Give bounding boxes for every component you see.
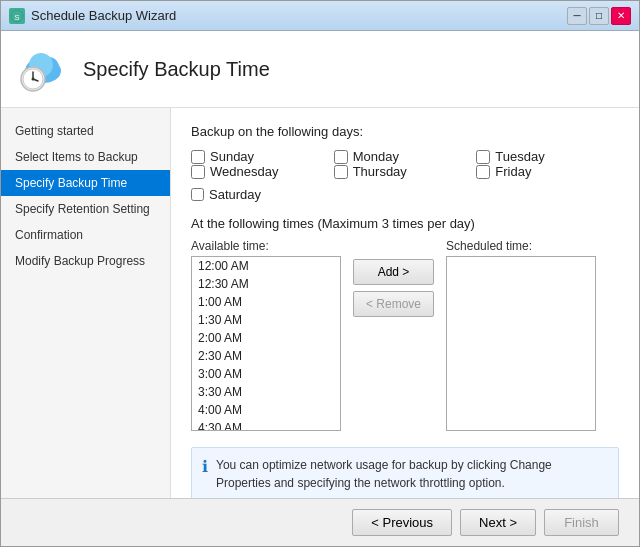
page-title: Specify Backup Time — [83, 58, 270, 81]
scheduled-times-container: Scheduled time: — [446, 239, 596, 431]
next-button[interactable]: Next > — [460, 509, 536, 536]
day-friday: Friday — [476, 164, 619, 179]
sidebar-item-specify-retention[interactable]: Specify Retention Setting — [1, 196, 170, 222]
window-title: Schedule Backup Wizard — [31, 8, 176, 23]
label-monday: Monday — [353, 149, 399, 164]
list-action-buttons: Add > < Remove — [353, 239, 434, 317]
day-saturday: Saturday — [191, 187, 619, 202]
list-item[interactable]: 1:30 AM — [192, 311, 340, 329]
label-wednesday: Wednesday — [210, 164, 278, 179]
main-window: S Schedule Backup Wizard ─ □ ✕ — [0, 0, 640, 547]
list-item[interactable]: 3:00 AM — [192, 365, 340, 383]
checkbox-thursday[interactable] — [334, 165, 348, 179]
sidebar-item-getting-started[interactable]: Getting started — [1, 118, 170, 144]
available-times-container: Available time: 12:00 AM12:30 AM1:00 AM1… — [191, 239, 341, 431]
maximize-button[interactable]: □ — [589, 7, 609, 25]
day-sunday: Sunday — [191, 149, 334, 164]
list-item[interactable]: 4:30 AM — [192, 419, 340, 431]
available-times-header: Available time: — [191, 239, 341, 253]
list-item[interactable]: 12:00 AM — [192, 257, 340, 275]
info-box: ℹ You can optimize network usage for bac… — [191, 447, 619, 498]
label-thursday: Thursday — [353, 164, 407, 179]
sidebar-item-select-items[interactable]: Select Items to Backup — [1, 144, 170, 170]
label-sunday: Sunday — [210, 149, 254, 164]
info-icon: ℹ — [202, 457, 208, 476]
minimize-button[interactable]: ─ — [567, 7, 587, 25]
header-icon — [17, 43, 69, 95]
label-tuesday: Tuesday — [495, 149, 544, 164]
list-item[interactable]: 4:00 AM — [192, 401, 340, 419]
label-saturday: Saturday — [209, 187, 261, 202]
checkbox-sunday[interactable] — [191, 150, 205, 164]
checkbox-friday[interactable] — [476, 165, 490, 179]
times-label: At the following times (Maximum 3 times … — [191, 216, 619, 231]
day-thursday: Thursday — [334, 164, 477, 179]
title-bar: S Schedule Backup Wizard ─ □ ✕ — [1, 1, 639, 31]
times-area: Available time: 12:00 AM12:30 AM1:00 AM1… — [191, 239, 619, 431]
checkbox-wednesday[interactable] — [191, 165, 205, 179]
title-bar-left: S Schedule Backup Wizard — [9, 8, 176, 24]
label-friday: Friday — [495, 164, 531, 179]
available-times-list[interactable]: 12:00 AM12:30 AM1:00 AM1:30 AM2:00 AM2:3… — [191, 256, 341, 431]
list-item[interactable]: 2:00 AM — [192, 329, 340, 347]
sidebar: Getting started Select Items to Backup S… — [1, 108, 171, 498]
list-item[interactable]: 2:30 AM — [192, 347, 340, 365]
footer: < Previous Next > Finish — [1, 498, 639, 546]
header-area: Specify Backup Time — [1, 31, 639, 108]
checkbox-tuesday[interactable] — [476, 150, 490, 164]
content-area: Backup on the following days: Sunday Mon… — [171, 108, 639, 498]
svg-point-10 — [32, 78, 35, 81]
main-area: Getting started Select Items to Backup S… — [1, 108, 639, 498]
close-button[interactable]: ✕ — [611, 7, 631, 25]
app-icon: S — [9, 8, 25, 24]
window-controls: ─ □ ✕ — [567, 7, 631, 25]
info-text: You can optimize network usage for backu… — [216, 456, 608, 492]
scheduled-times-header: Scheduled time: — [446, 239, 596, 253]
add-button[interactable]: Add > — [353, 259, 434, 285]
list-item[interactable]: 1:00 AM — [192, 293, 340, 311]
day-monday: Monday — [334, 149, 477, 164]
list-item[interactable]: 3:30 AM — [192, 383, 340, 401]
day-wednesday: Wednesday — [191, 164, 334, 179]
remove-button[interactable]: < Remove — [353, 291, 434, 317]
list-item[interactable]: 12:30 AM — [192, 275, 340, 293]
svg-text:S: S — [14, 12, 19, 21]
days-label: Backup on the following days: — [191, 124, 619, 139]
sidebar-item-specify-backup-time[interactable]: Specify Backup Time — [1, 170, 170, 196]
sidebar-item-modify-progress[interactable]: Modify Backup Progress — [1, 248, 170, 274]
finish-button[interactable]: Finish — [544, 509, 619, 536]
previous-button[interactable]: < Previous — [352, 509, 452, 536]
sidebar-item-confirmation[interactable]: Confirmation — [1, 222, 170, 248]
scheduled-times-list[interactable] — [446, 256, 596, 431]
day-tuesday: Tuesday — [476, 149, 619, 164]
checkbox-saturday[interactable] — [191, 188, 204, 201]
checkbox-monday[interactable] — [334, 150, 348, 164]
